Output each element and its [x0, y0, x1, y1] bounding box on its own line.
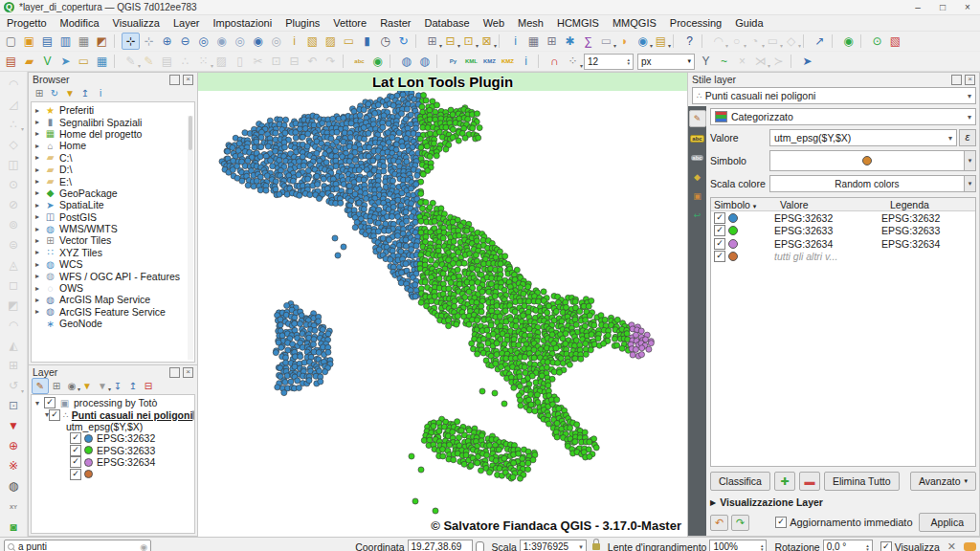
pan-to-selection-icon[interactable]: ⊹ [140, 33, 158, 50]
tab-3d-view[interactable]: ◆ [690, 169, 705, 185]
layer-group-row[interactable]: ▾ ▣ processing by Totò [32, 397, 194, 408]
fill-ring-icon[interactable]: ◬ [4, 255, 23, 274]
processing-toolbox-icon[interactable]: ✱ [561, 33, 579, 50]
text-annotation-icon[interactable]: ▤▾ [652, 33, 670, 50]
menu-mmqgis[interactable]: MMQGIS [606, 17, 663, 29]
properties-widget-icon[interactable]: i [93, 86, 108, 100]
undock-icon[interactable] [951, 75, 962, 85]
undock-icon[interactable] [169, 367, 180, 378]
add-delimited-text-icon[interactable]: ▭ [75, 53, 93, 70]
profile-plot-icon[interactable]: ↗ [811, 33, 829, 50]
snap-on-intersection-icon[interactable]: ⋊▾ [751, 53, 769, 70]
browser-item-vector-tiles[interactable]: ▸⊞Vector Tiles [32, 234, 194, 246]
save-layer-edits-icon[interactable]: ▤ [158, 53, 176, 70]
topology-edit-icon[interactable]: Y [697, 53, 715, 70]
rotate-point-symbols-icon[interactable]: ↺▾ [4, 377, 23, 395]
browser-item-spatialite[interactable]: ▸➤SpatiaLite [32, 199, 194, 210]
menu-progetto[interactable]: Progetto [0, 17, 54, 29]
zoom-to-coordinates-icon[interactable]: ⊕ [4, 437, 23, 455]
collapse-all-icon[interactable]: ↥ [78, 86, 93, 100]
project-new-icon[interactable]: ▢ [2, 33, 20, 50]
zoom-full-icon[interactable]: ◎ [194, 33, 212, 50]
zoom-to-layer-icon[interactable]: ◎ [231, 33, 249, 50]
rotate-feature-icon[interactable]: ⊙ [4, 175, 23, 193]
python-console-icon[interactable]: Py [444, 53, 462, 70]
move-feature-icon[interactable]: ◇ [4, 135, 23, 153]
trace-digitize-icon[interactable]: ~ [715, 53, 733, 70]
project-save-as-icon[interactable]: ▥ [56, 33, 75, 50]
menu-mesh[interactable]: Mesh [511, 17, 550, 29]
new-print-layout-icon[interactable]: ▦ [75, 33, 93, 50]
category-checkbox[interactable] [714, 238, 725, 250]
maximize-button[interactable]: □ [930, 0, 955, 14]
menu-impostazioni[interactable]: Impostazioni [206, 17, 278, 29]
class-checkbox[interactable] [70, 456, 81, 468]
style-layer-combo[interactable]: ∴ Punti casuali nei poligoni▾ [692, 87, 976, 104]
minimize-button[interactable]: – [905, 0, 930, 14]
renderer-combo[interactable]: Categorizzato▾ [710, 108, 976, 125]
lat-lon-capture-icon[interactable]: ▼ [4, 417, 23, 435]
tab-history[interactable]: ↩ [690, 208, 705, 223]
digitize-with-curve-icon[interactable]: ◠ [4, 75, 23, 93]
value-combo[interactable]: utm_epsg($Y,$X)▾ [769, 129, 957, 146]
menu-hcmgis[interactable]: HCMGIS [550, 17, 606, 29]
zoom-to-feature-icon[interactable]: ◉▾ [634, 33, 652, 50]
expand-arrow-icon[interactable]: ▸ [35, 260, 44, 269]
simplify-feature-icon[interactable]: ⊘ [4, 195, 23, 213]
add-mesh-layer-icon[interactable]: ▦ [93, 53, 111, 70]
lock-scale-icon[interactable] [592, 543, 600, 550]
remove-category-button[interactable]: ▬ [799, 472, 820, 491]
web-map-globe-icon[interactable]: ◍ [4, 477, 23, 496]
layout-manager-icon[interactable]: ⊟▾ [441, 33, 459, 50]
identify-features-icon[interactable]: i [285, 33, 303, 50]
close-icon[interactable]: × [183, 367, 193, 378]
browser-item-d-[interactable]: ▸▰D:\ [32, 164, 194, 175]
stream-digitize-icon[interactable]: ◿ [4, 95, 23, 113]
tab-labels[interactable]: abc [690, 131, 705, 146]
multi-zoom-icon[interactable]: ※ [4, 457, 23, 475]
collapse-arrow-icon[interactable]: ▾ [35, 399, 44, 408]
layer-diagram-icon[interactable]: ◉ [368, 53, 387, 70]
menu-modifica[interactable]: Modifica [54, 17, 106, 29]
close-icon[interactable]: × [183, 75, 193, 85]
menu-raster[interactable]: Raster [373, 17, 417, 29]
class-checkbox[interactable] [70, 432, 81, 444]
expand-arrow-icon[interactable]: ▸ [35, 177, 44, 186]
legend-class-row[interactable]: EPSG:32633 [32, 445, 194, 456]
remove-layer-icon[interactable]: ⊟ [141, 379, 156, 393]
manage-map-themes-icon[interactable]: ◉▾ [64, 379, 79, 393]
redo-style-button[interactable]: ↷ [731, 515, 749, 531]
menu-layer[interactable]: Layer [167, 17, 207, 29]
snapping-options-icon[interactable]: ⁘▾ [564, 53, 582, 70]
scrollbar[interactable] [188, 116, 193, 360]
col-legenda[interactable]: Legenda [887, 199, 975, 210]
menu-visualizza[interactable]: Visualizza [106, 17, 167, 29]
expression-builder-button[interactable]: ε [959, 129, 976, 146]
copy-print-layout-icon[interactable]: ⊡▾ [459, 33, 478, 50]
pan-map-icon[interactable]: ⊹ [122, 33, 140, 50]
open-layer-styling-icon[interactable]: ✎ [32, 378, 49, 394]
digitize-curve-icon[interactable]: ◠▾ [709, 33, 727, 50]
copy-move-feature-icon[interactable]: ◫ [4, 155, 23, 173]
close-icon[interactable]: × [965, 75, 975, 85]
snap-units[interactable]: px▾ [637, 54, 695, 70]
tab-diagrams[interactable]: ▣ [690, 188, 705, 204]
browser-item-wfs-ogc-api-features[interactable]: ▸◍WFS / OGC API - Features [32, 270, 194, 281]
apply-button[interactable]: Applica [919, 513, 976, 532]
render-checkbox[interactable] [880, 541, 892, 551]
category-row[interactable]: tutti gli altri v... [711, 251, 975, 264]
browser-item-wcs[interactable]: ▸◍WCS [32, 258, 194, 270]
layer-rendering-section[interactable]: ▶ Visualizzazione Layer [710, 496, 976, 508]
live-update-checkbox[interactable] [775, 517, 787, 528]
deselect-features-icon[interactable]: ▨ [322, 33, 340, 50]
measure-line-icon[interactable]: ▭▾ [597, 33, 615, 50]
browser-item-segnalibri-spaziali[interactable]: ▸▮Segnalibri Spaziali [32, 116, 194, 127]
browser-item-e-[interactable]: ▸▰E:\ [32, 175, 194, 187]
expand-arrow-icon[interactable]: ▸ [35, 212, 44, 221]
paste-features-icon[interactable]: ⊟ [285, 53, 303, 70]
statistical-summary-icon[interactable]: ∑ [579, 33, 597, 50]
layer-checkbox[interactable] [49, 409, 60, 421]
clear-search-icon[interactable]: ◉ [140, 542, 147, 551]
feature-info-icon[interactable]: i [517, 53, 535, 70]
close-button[interactable]: × [955, 0, 980, 14]
